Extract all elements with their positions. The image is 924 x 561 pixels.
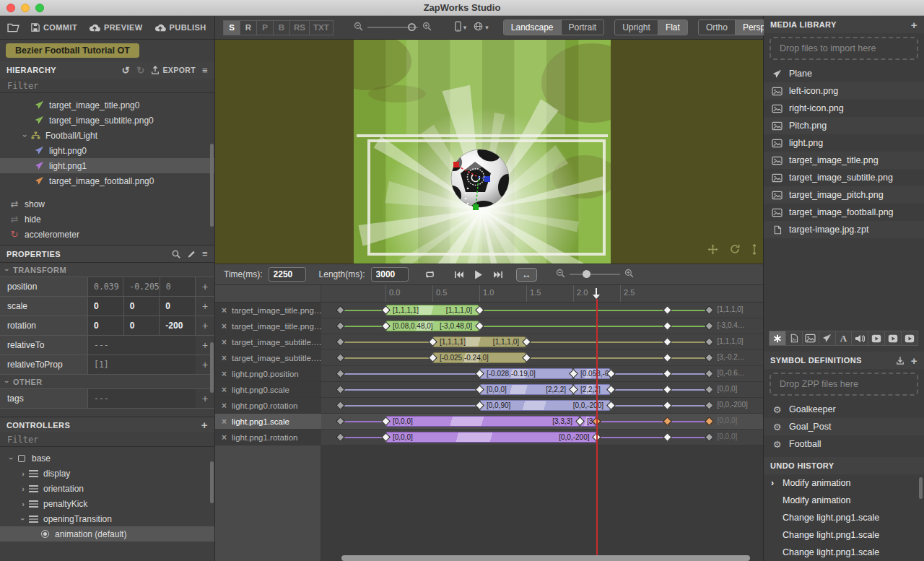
keyframe-diamond[interactable] <box>663 337 672 347</box>
chevron-down-icon[interactable]: › <box>7 454 16 463</box>
viewport-zoom-slider[interactable] <box>367 27 418 28</box>
timeline-zoom-out-icon[interactable] <box>556 269 565 280</box>
other-section-header[interactable]: › OTHER <box>0 375 214 389</box>
keyframe-diamond[interactable] <box>705 432 714 442</box>
keyframe-diamond[interactable] <box>705 337 714 347</box>
edit-icon[interactable] <box>187 250 196 258</box>
redo-icon[interactable]: ↻ <box>136 65 144 76</box>
rotation-z-field[interactable]: -200 <box>160 316 196 335</box>
playhead-marker[interactable] <box>593 288 600 299</box>
symbol-item-goalkeeper[interactable]: ⚙Goalkeeper <box>764 401 924 418</box>
timeline-horizontal-scrollbar[interactable] <box>341 555 750 561</box>
loop-icon[interactable] <box>424 270 435 279</box>
animation-segment[interactable]: [0.08,0.48,0][-3,0.48,0] <box>385 321 479 331</box>
symbol-dropzone[interactable]: Drop ZPP files here <box>770 373 918 396</box>
timeline-zoom-knob[interactable] <box>583 270 590 278</box>
keyframe-diamond[interactable] <box>663 305 672 315</box>
controllers-scrollbar[interactable] <box>210 461 214 503</box>
keyframe-diamond[interactable] <box>336 401 345 410</box>
keyframe-diamond[interactable] <box>663 369 672 378</box>
track-lane[interactable]: [1,1,1,1][1,1,1,0][1,1,1,0] <box>321 303 763 318</box>
undo-history-item[interactable]: Change light.png1.scale <box>764 509 924 526</box>
hierarchy-item-show[interactable]: ⇄show <box>0 196 214 212</box>
hierarchy-item-accelerometer[interactable]: ↻accelerometer <box>0 227 214 242</box>
preview-button[interactable]: PREVIEW <box>89 23 143 32</box>
hierarchy-item-football-light[interactable]: ›Football/Light <box>0 128 214 143</box>
play-button[interactable] <box>474 270 483 279</box>
add-symbol-button[interactable]: + <box>911 355 918 367</box>
keyframe-diamond[interactable] <box>705 417 714 426</box>
controller-item-base[interactable]: ›base <box>0 451 214 466</box>
toggle-option-flat[interactable]: Flat <box>658 20 687 35</box>
node-type-button-b[interactable]: B <box>273 20 290 35</box>
remove-track-icon[interactable]: × <box>222 369 227 379</box>
scale-z-field[interactable]: 0 <box>160 297 196 316</box>
animation-segment[interactable]: [0,0,0][0,0,-200] <box>385 432 597 443</box>
track-label[interactable]: ×light.png0.scale <box>215 382 321 397</box>
animation-segment[interactable]: [0,0,0][3,3,3] <box>385 416 580 427</box>
skip-to-start-button[interactable] <box>454 271 464 279</box>
open-project-button[interactable] <box>7 23 19 32</box>
remove-track-icon[interactable]: × <box>222 321 227 331</box>
track-label[interactable]: ×target_image_subtitle.… <box>215 334 321 349</box>
playhead-line[interactable] <box>596 299 598 555</box>
remove-track-icon[interactable]: × <box>222 337 227 347</box>
asset-filter-audio-button[interactable] <box>851 331 868 346</box>
hierarchy-filter-input[interactable] <box>0 79 214 93</box>
tags-field[interactable]: --- <box>88 389 196 408</box>
properties-scrollbar[interactable] <box>210 342 214 393</box>
device-select-dropdown[interactable]: ▾ <box>455 21 467 35</box>
track-label[interactable]: ×light.png0.rotation <box>215 398 321 413</box>
remove-track-icon[interactable]: × <box>222 417 227 427</box>
asset-filter-image-button[interactable] <box>802 331 819 346</box>
chevron-down-icon[interactable]: › <box>21 131 30 140</box>
animation-segment[interactable]: [0,0,90][0,0,-200] <box>479 400 611 411</box>
keyframe-diamond[interactable] <box>663 401 672 410</box>
relativeTo-field[interactable]: --- <box>88 336 196 355</box>
keyframe-diamond[interactable] <box>705 369 714 378</box>
node-type-button-p[interactable]: P <box>256 20 274 35</box>
transform-section-header[interactable]: › TRANSFORM <box>0 263 214 277</box>
keyframe-diamond[interactable] <box>663 385 672 394</box>
controller-item-penaltykick[interactable]: ›penaltyKick <box>0 496 214 511</box>
track-label[interactable]: ×light.png1.scale <box>215 414 321 429</box>
hierarchy-item-light-png1[interactable]: light.png1 <box>0 158 214 173</box>
track-label[interactable]: ×target_image_title.png… <box>215 303 321 318</box>
remove-track-icon[interactable]: × <box>222 353 227 363</box>
media-item-target-image-football-png[interactable]: target_image_football.png <box>764 204 924 221</box>
import-symbol-icon[interactable] <box>896 356 905 365</box>
asset-filter-video-button[interactable] <box>884 331 902 346</box>
keyframe-diamond[interactable] <box>705 305 714 315</box>
position-z-field[interactable]: 0 <box>160 277 196 296</box>
hierarchy-item-light-png0[interactable]: light.png0 <box>0 143 214 158</box>
zoom-slider-knob[interactable] <box>408 23 416 31</box>
track-lane[interactable]: [0.08,0.48,0][-3,0.48,0][-3,0.4… <box>321 318 763 334</box>
media-item-target-image-subtitle-png[interactable]: target_image_subtitle.png <box>764 169 924 186</box>
keyframe-diamond[interactable] <box>336 369 345 378</box>
fit-timeline-button[interactable]: ↔ <box>516 268 537 282</box>
timeline-zoom-slider[interactable] <box>570 274 620 275</box>
keyframe-diamond[interactable] <box>663 353 672 362</box>
pan-icon[interactable] <box>707 244 718 255</box>
symbol-item-football[interactable]: ⚙Football <box>764 435 924 453</box>
animation-segment[interactable]: [-0.025,-0.24,0] <box>432 352 526 363</box>
publish-button[interactable]: PUBLISH <box>154 23 206 32</box>
toggle-option-portrait[interactable]: Portrait <box>561 20 604 35</box>
track-lane[interactable]: [-0.028,-0.19,0][0.058,-0.3[0,-0.6… <box>321 366 763 381</box>
chevron-down-icon[interactable]: › <box>19 515 27 523</box>
media-item-pitch-png[interactable]: Pitch.png <box>764 117 924 134</box>
add-position-keyframe-button[interactable]: + <box>196 277 214 296</box>
media-item-light-png[interactable]: light.png <box>764 134 924 152</box>
undo-history-item[interactable]: Change light.png1.scale <box>764 526 924 544</box>
keyframe-diamond[interactable] <box>705 385 714 394</box>
remove-track-icon[interactable]: × <box>222 385 227 395</box>
node-type-button-r[interactable]: R <box>240 20 257 35</box>
chevron-right-icon[interactable]: › <box>19 500 27 508</box>
zoom-window-button[interactable] <box>35 4 44 12</box>
track-label[interactable]: ×target_image_subtitle.… <box>215 350 321 365</box>
rotation-x-field[interactable]: 0 <box>88 316 124 335</box>
relativeToProp-field[interactable]: [1] <box>88 355 196 374</box>
keyframe-diamond[interactable] <box>336 337 345 347</box>
keyframe-diamond[interactable] <box>336 385 345 394</box>
animation-segment[interactable]: [-0.028,-0.19,0] <box>479 368 573 379</box>
